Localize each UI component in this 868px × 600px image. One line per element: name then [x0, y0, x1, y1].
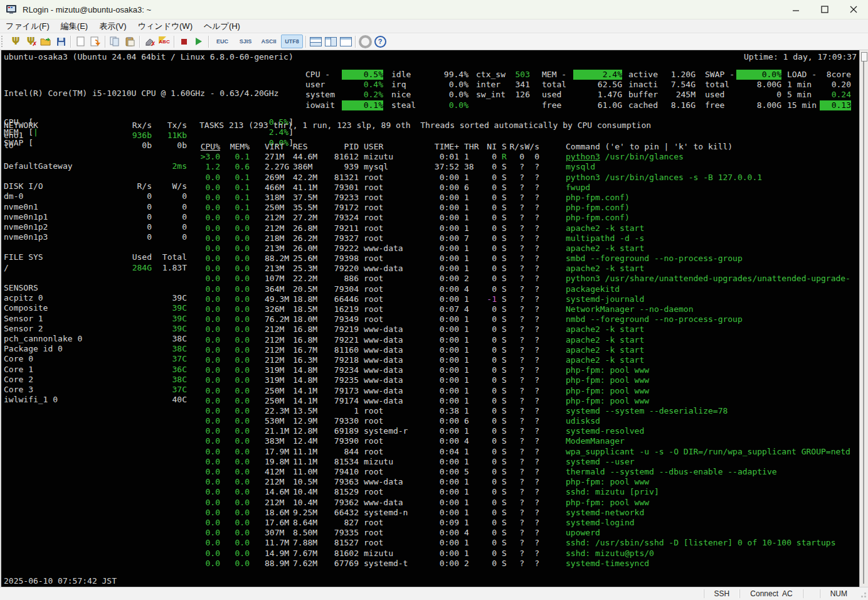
folder-open-icon: [40, 37, 51, 46]
cell: 213M: [265, 264, 293, 274]
close-button[interactable]: [839, 0, 868, 19]
new-document-button[interactable]: [73, 35, 88, 48]
cell: 1: [464, 223, 483, 233]
sidebar-value-b: 39C: [152, 303, 187, 313]
cell: 886: [331, 274, 359, 284]
process-row: 0.00.0212M27.2M79324root0:0010S??php-fpm…: [199, 213, 860, 223]
connection-pane: Connect AC: [739, 589, 802, 598]
cell: 0.0: [199, 233, 220, 244]
sidebar-value-a: Rx/s: [111, 121, 152, 131]
scrollbar-track[interactable]: [863, 56, 864, 584]
cell: 88.9M: [265, 559, 293, 569]
menu-item-0[interactable]: ファイル(F): [0, 19, 55, 33]
stat-value: 62.5G: [573, 80, 622, 90]
stat-label: sw_int: [476, 90, 509, 100]
disconnect-button[interactable]: Ψ✗: [23, 35, 38, 48]
cell: www-data: [364, 375, 411, 385]
toolbar-separator: [139, 36, 140, 48]
sidebar-value-a: [111, 293, 152, 303]
cell: root: [364, 528, 411, 538]
cell: ?: [509, 396, 524, 406]
cell: root: [364, 467, 411, 477]
sidebar-value-b: Total: [152, 252, 187, 262]
copy-button[interactable]: [107, 35, 122, 48]
encoding-utf8-button[interactable]: UTF8: [281, 35, 303, 48]
cell: 0: [483, 254, 497, 264]
cell: nmbd --foreground --no-process-group: [566, 314, 743, 324]
save-button[interactable]: [53, 35, 68, 48]
floppy-icon: [56, 37, 66, 46]
paste-button[interactable]: [122, 35, 137, 48]
sidebar-name: acpitz 0: [4, 293, 111, 303]
sidebar-value-a: Used: [111, 252, 152, 262]
help-button[interactable]: ?: [373, 35, 388, 48]
cell: ?: [509, 487, 524, 497]
cell: ?: [509, 477, 524, 487]
cell: 0.0: [220, 559, 250, 569]
cell: 0:00: [411, 386, 459, 396]
cell: 212M: [265, 324, 293, 335]
cell: 7.62M: [293, 559, 331, 569]
cell: 0:00: [411, 335, 459, 345]
cell: 1: [464, 264, 483, 274]
encoding-sjis-button[interactable]: SJIS: [235, 35, 257, 48]
cell: sshd: mizutu [priv]: [566, 487, 659, 497]
encoding-euc-button[interactable]: EUC: [211, 35, 233, 48]
maximize-button[interactable]: [810, 0, 839, 19]
cell: sshd: mizutu@pts/0: [566, 549, 654, 559]
menu-item-3[interactable]: ウィンドウ(W): [132, 19, 198, 33]
stat-label: system: [305, 90, 342, 100]
minimize-button[interactable]: [781, 0, 810, 19]
cell: 0: [483, 365, 497, 375]
layout-single-button[interactable]: [338, 35, 353, 48]
cell: 0.0: [220, 457, 250, 467]
cell: 0.0: [220, 416, 250, 426]
stat-value: 0.0%: [426, 100, 468, 110]
toolbar-grip[interactable]: [1, 36, 6, 47]
terminal[interactable]: ubuntu-osaka3 (Ubuntu 24.04 64bit / Linu…: [0, 50, 868, 587]
cell: 2: [464, 559, 483, 569]
connect-button[interactable]: Ψ: [8, 35, 23, 48]
cell: S: [502, 396, 509, 406]
cell: 49.3M: [265, 294, 293, 304]
menu-item-4[interactable]: ヘルプ(H): [198, 19, 246, 33]
cell: apache2 -k start: [566, 355, 644, 365]
font-button[interactable]: ABC: [157, 35, 172, 48]
cell: ?: [509, 528, 524, 538]
cell: www-data: [364, 244, 411, 254]
layout-vertical-button[interactable]: [323, 35, 338, 48]
stop-button[interactable]: [176, 35, 191, 48]
socket-button[interactable]: [357, 35, 373, 48]
cell: 0.0: [220, 345, 250, 355]
cell: 1: [464, 355, 483, 365]
split-vertical-icon: [325, 37, 337, 46]
cell: 319M: [265, 375, 293, 385]
sidebar-row: pch_cannonlake 038C: [4, 334, 187, 344]
cell: 76.2M: [265, 314, 293, 324]
clear-button[interactable]: ✗: [142, 35, 157, 48]
cell: ?: [524, 335, 539, 345]
layout-horizontal-button[interactable]: [308, 35, 323, 48]
cell: root: [364, 254, 411, 264]
cell: 20.5M: [293, 284, 331, 294]
cell: mizutu: [364, 152, 411, 162]
cell: www-data: [364, 365, 411, 375]
open-button[interactable]: [38, 35, 53, 48]
load-document-button[interactable]: [88, 35, 103, 48]
paste-icon: [125, 36, 135, 46]
scrollbar-thumb[interactable]: [861, 52, 867, 62]
menu-item-1[interactable]: 編集(E): [55, 19, 93, 33]
sidebar-name: Composite: [4, 303, 111, 313]
cell: 81602: [331, 549, 359, 559]
process-row: 0.00.049.3M18.8M66446root0:001-1S??syste…: [199, 294, 860, 304]
cell: wpa_supplicant -u -s -O DIR=/run/wpa_sup…: [566, 447, 850, 457]
stat-label: total: [705, 80, 736, 90]
encoding-ascii-button[interactable]: ASCII: [258, 35, 280, 48]
terminal-scrollbar[interactable]: [859, 50, 868, 587]
resize-grip[interactable]: [857, 589, 867, 599]
start-button[interactable]: [191, 35, 206, 48]
cell: 0:00: [411, 233, 459, 244]
menu-item-2[interactable]: 表示(V): [93, 19, 132, 33]
stat-value: 1.20G: [661, 70, 696, 80]
column-header: R/s: [509, 142, 524, 152]
